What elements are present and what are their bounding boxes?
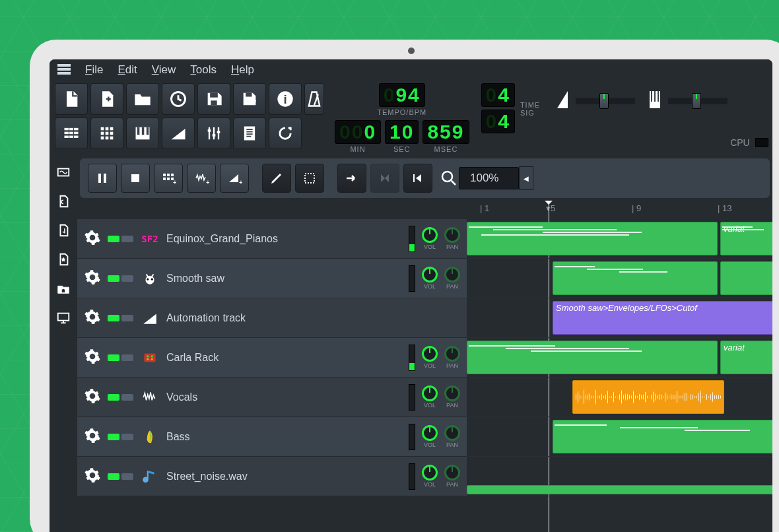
clip[interactable]: [467, 485, 772, 494]
mute-button[interactable]: [108, 394, 119, 401]
sidebar-computer[interactable]: [55, 309, 72, 326]
track-row: Vocals VOL PAN: [77, 378, 467, 417]
svg-rect-19: [110, 137, 114, 140]
volume-knob[interactable]: [422, 385, 438, 401]
save-button[interactable]: [197, 83, 230, 115]
track-settings-button[interactable]: [84, 308, 101, 328]
mute-button[interactable]: [108, 275, 119, 282]
zoom-value[interactable]: 100%: [459, 167, 519, 189]
tempo-lcd[interactable]: 094: [379, 83, 425, 107]
bb-editor-button[interactable]: [90, 117, 123, 149]
track-settings-button[interactable]: [84, 229, 101, 249]
pause-button[interactable]: [88, 164, 117, 193]
track-settings-button[interactable]: [84, 348, 101, 368]
menu-help[interactable]: Help: [231, 63, 254, 77]
metronome-button[interactable]: [304, 83, 324, 115]
pan-knob[interactable]: [444, 425, 460, 441]
sidebar-presets[interactable]: [55, 222, 72, 239]
clip[interactable]: [467, 222, 718, 255]
solo-button[interactable]: [121, 236, 133, 242]
sidebar-samples[interactable]: [55, 193, 72, 210]
audio-clip[interactable]: [572, 380, 724, 414]
clip[interactable]: [553, 261, 718, 295]
record-pattern-button[interactable]: +: [154, 164, 183, 193]
automation-clip[interactable]: Smooth saw>Envelopes/LFOs>Cutof: [553, 301, 772, 335]
skip-forward-button[interactable]: [337, 164, 366, 193]
volume-knob[interactable]: [422, 227, 438, 243]
clip[interactable]: [467, 341, 718, 374]
sidebar-home[interactable]: [55, 280, 72, 297]
track-name[interactable]: Equinox_Grand_Pianos: [166, 233, 402, 245]
new-from-template-button[interactable]: [90, 83, 123, 115]
solo-button[interactable]: [121, 473, 133, 480]
select-mode-button[interactable]: [295, 164, 324, 193]
draw-mode-button[interactable]: [262, 164, 291, 193]
svg-text:i: i: [283, 92, 287, 106]
sidebar-instruments[interactable]: [55, 164, 72, 181]
track-name[interactable]: Carla Rack: [166, 352, 402, 364]
timeline-ruler[interactable]: | 1 ▾5 | 9 | 13: [467, 201, 772, 219]
track-name[interactable]: Vocals: [166, 391, 402, 403]
export-button[interactable]: [233, 83, 266, 115]
info-button[interactable]: i: [269, 83, 302, 115]
controller-rack-button[interactable]: [269, 117, 302, 149]
solo-button[interactable]: [121, 275, 133, 282]
menu-file[interactable]: File: [85, 63, 103, 77]
volume-knob[interactable]: [422, 346, 438, 362]
clip[interactable]: variat: [720, 222, 772, 255]
open-file-button[interactable]: [126, 83, 159, 115]
clip[interactable]: variat: [720, 341, 772, 374]
track-name[interactable]: Smooth saw: [166, 273, 402, 284]
solo-button[interactable]: [121, 434, 133, 440]
volume-knob[interactable]: [422, 267, 438, 283]
song-editor-button[interactable]: [55, 117, 88, 149]
new-file-button[interactable]: [55, 83, 88, 115]
track-settings-button[interactable]: [84, 269, 101, 288]
mute-button[interactable]: [108, 473, 119, 480]
pan-knob[interactable]: [444, 267, 460, 283]
pan-knob[interactable]: [444, 227, 460, 243]
clip[interactable]: [553, 420, 772, 453]
master-volume-fader[interactable]: [556, 90, 635, 112]
solo-button[interactable]: [121, 354, 133, 361]
add-automation-track-button[interactable]: +: [220, 164, 249, 193]
mute-button[interactable]: [108, 434, 119, 440]
track-row: SF2 Equinox_Grand_Pianos VOL PAN: [77, 219, 467, 259]
menu-view[interactable]: View: [152, 63, 176, 77]
rewind-button[interactable]: [403, 164, 432, 193]
piano-roll-button[interactable]: [126, 117, 159, 149]
stop-button[interactable]: [121, 164, 150, 193]
pan-knob[interactable]: [444, 385, 460, 401]
project-notes-button[interactable]: [233, 117, 266, 149]
toggle-loop-button[interactable]: [370, 164, 399, 193]
track-settings-button[interactable]: [84, 467, 101, 486]
time-signature[interactable]: 04 04 TIME SIG: [481, 83, 541, 133]
clip[interactable]: [720, 261, 772, 295]
cpu-meter: [755, 138, 768, 147]
track-name[interactable]: Bass: [166, 431, 402, 443]
sidebar-favorites[interactable]: [55, 251, 72, 268]
svg-point-65: [151, 355, 153, 357]
track-settings-button[interactable]: [84, 387, 101, 407]
pan-knob[interactable]: [444, 465, 460, 481]
timeline[interactable]: | 1 ▾5 | 9 | 13 variat: [467, 201, 772, 532]
mixer-button[interactable]: [197, 117, 230, 149]
add-sample-track-button[interactable]: +: [187, 164, 216, 193]
pan-knob[interactable]: [444, 346, 460, 362]
menu-edit[interactable]: Edit: [118, 63, 137, 77]
mute-button[interactable]: [108, 315, 119, 321]
solo-button[interactable]: [121, 315, 133, 321]
mute-button[interactable]: [108, 236, 119, 242]
menu-tools[interactable]: Tools: [190, 63, 217, 77]
track-settings-button[interactable]: [84, 427, 101, 447]
automation-editor-button[interactable]: [162, 117, 195, 149]
zoom-spin[interactable]: ◀: [519, 166, 533, 190]
track-name[interactable]: Street_noise.wav: [166, 471, 402, 482]
open-recent-button[interactable]: [162, 83, 195, 115]
volume-knob[interactable]: [422, 425, 438, 441]
solo-button[interactable]: [121, 394, 133, 401]
track-name[interactable]: Automation track: [166, 312, 460, 324]
master-pitch-fader[interactable]: [648, 90, 728, 112]
volume-knob[interactable]: [422, 465, 438, 481]
mute-button[interactable]: [108, 354, 119, 361]
